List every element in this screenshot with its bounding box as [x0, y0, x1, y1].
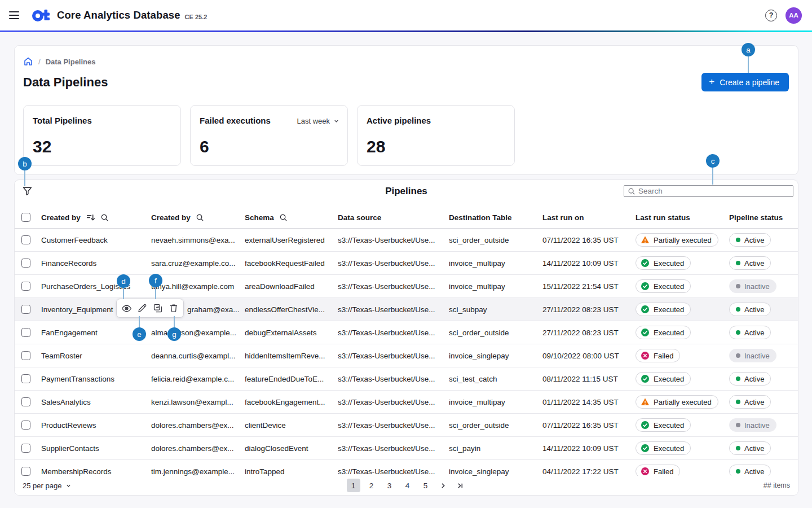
page-number[interactable]: 3: [383, 479, 396, 492]
pipeline-status-cell: Active: [729, 326, 798, 339]
table-row[interactable]: TeamRosterdeanna.curtis@exampl...hiddenI…: [15, 344, 798, 367]
row-checkbox[interactable]: [21, 351, 30, 360]
last-run-cell: 04/11/2022 17:22 UST: [542, 467, 636, 476]
row-checkbox[interactable]: [21, 374, 30, 383]
row-checkbox[interactable]: [21, 467, 30, 476]
pipeline-name-cell: PurchaseOrders_Logistics: [41, 282, 151, 291]
row-checkbox[interactable]: [21, 421, 30, 430]
table-row[interactable]: FinanceRecordssara.cruz@example.co...fac…: [15, 252, 798, 275]
row-checkbox[interactable]: [21, 259, 30, 268]
run-status-badge: Executed: [636, 418, 691, 432]
column-label: Last run status: [636, 213, 690, 222]
table-row[interactable]: ProductReviewsdolores.chambers@ex...clie…: [15, 414, 798, 437]
run-status-cell: Executed: [636, 441, 729, 455]
table-row[interactable]: SupplierContactsdolores.chambers@ex...di…: [15, 437, 798, 460]
run-status-cell: Executed: [636, 303, 729, 316]
row-checkbox[interactable]: [21, 235, 30, 244]
avatar[interactable]: AA: [785, 7, 802, 24]
column-label: Pipeline status: [729, 213, 783, 222]
logo-icon: [32, 8, 51, 22]
pipeline-name-cell: CustomerFeedback: [41, 236, 151, 244]
create-pipeline-button[interactable]: + Create a pipeline: [701, 73, 789, 91]
last-run-cell: 27/11/2022 08:23 UST: [542, 305, 636, 314]
destination-cell: invoice_singlepay: [449, 467, 542, 476]
per-page-dropdown[interactable]: 25 per page: [23, 481, 72, 490]
schema-cell: endlessOfferChestVie...: [245, 305, 338, 314]
menu-icon[interactable]: [9, 8, 23, 22]
table-row[interactable]: SalesAnalyticskenzi.lawson@exampl...face…: [15, 391, 798, 414]
time-range-value: Last week: [297, 117, 330, 125]
column-header: Schema: [245, 213, 338, 222]
row-checkbox[interactable]: [21, 282, 30, 291]
schema-cell: dialogClosedEvent: [245, 444, 338, 453]
row-checkbox[interactable]: [21, 305, 30, 314]
page-title: Data Pipelines: [23, 75, 108, 90]
stat-card-total-pipelines: Total Pipelines 32: [23, 105, 181, 166]
search-icon: [628, 187, 636, 195]
column-search-icon[interactable]: [100, 213, 109, 222]
pipeline-status-badge: Active: [729, 303, 771, 316]
duplicate-icon[interactable]: [152, 302, 164, 314]
column-search-icon[interactable]: [279, 213, 288, 222]
edit-icon[interactable]: [136, 302, 148, 314]
destination-cell: sci_order_outside: [449, 236, 542, 244]
last-run-cell: 14/11/2022 10:09 UST: [542, 259, 636, 268]
status-dot-icon: [736, 307, 740, 312]
executed-icon: [641, 328, 650, 337]
executed-icon: [641, 282, 650, 291]
view-icon[interactable]: [120, 302, 133, 314]
stat-card-failed-executions: Failed executions Last week 6: [190, 105, 348, 166]
table-row[interactable]: CustomerFeedbacknevaeh.simmons@exa...ext…: [15, 229, 798, 252]
column-header: Destination Table: [449, 213, 542, 222]
column-label: Created by: [41, 213, 81, 222]
pipeline-status-cell: Inactive: [729, 418, 798, 432]
last-page-icon[interactable]: [454, 479, 466, 492]
brand-gradient-divider: [0, 30, 812, 32]
table-row[interactable]: PurchaseOrders_Logisticstanya.hill@examp…: [15, 275, 798, 298]
pipeline-status-cell: Active: [729, 372, 798, 386]
column-search-icon[interactable]: [196, 213, 204, 222]
data-source-cell: s3://Texas-Userbucket/Use...: [338, 236, 449, 244]
created-by-cell: dolores.chambers@ex...: [151, 444, 245, 453]
destination-cell: invoice_singlepay: [449, 352, 542, 360]
table-row[interactable]: PaymentTransactionsfelicia.reid@example.…: [15, 367, 798, 391]
status-dot-icon: [736, 238, 740, 242]
pipeline-name-cell: ProductReviews: [41, 421, 151, 430]
column-label: Last run on: [542, 213, 584, 222]
home-icon[interactable]: [23, 56, 33, 67]
row-checkbox[interactable]: [21, 328, 30, 337]
data-source-cell: s3://Texas-Userbucket/Use...: [338, 305, 449, 314]
executed-icon: [641, 421, 650, 430]
schema-cell: featureEndedDueToE...: [245, 375, 338, 383]
run-status-badge: Executed: [636, 326, 691, 339]
select-all-checkbox[interactable]: [21, 213, 30, 222]
destination-cell: sci_test_catch: [449, 375, 542, 383]
column-label: Destination Table: [449, 213, 512, 222]
pipeline-status-cell: Active: [729, 303, 798, 316]
search-box[interactable]: [624, 185, 793, 197]
delete-icon[interactable]: [167, 302, 180, 314]
run-status-cell: Executed: [636, 279, 729, 293]
pipeline-status-badge: Inactive: [729, 349, 776, 362]
destination-cell: invoice_multipay: [449, 282, 542, 291]
table-row[interactable]: FanEngagementalma.lawson@example...debug…: [15, 321, 798, 344]
run-status-cell: Partially executed: [636, 233, 729, 247]
last-run-cell: 14/11/2022 10:09 UST: [542, 444, 636, 453]
table-row[interactable]: MembershipRecordstim.jennings@example...…: [15, 460, 798, 476]
sort-icon[interactable]: [86, 213, 95, 222]
run-status-cell: Failed: [636, 349, 729, 362]
page-number[interactable]: 2: [365, 479, 378, 492]
destination-cell: sci_subpay: [449, 305, 542, 314]
page-number[interactable]: 1: [347, 479, 360, 492]
search-input[interactable]: [638, 187, 789, 195]
next-page-icon[interactable]: [437, 479, 449, 492]
schema-cell: hiddenItemsItemReve...: [245, 352, 338, 360]
row-checkbox[interactable]: [21, 397, 30, 406]
row-checkbox[interactable]: [21, 444, 30, 453]
time-range-dropdown[interactable]: Last week: [297, 117, 339, 125]
pipeline-status-badge: Active: [729, 465, 771, 476]
page-number[interactable]: 4: [401, 479, 414, 492]
page-number[interactable]: 5: [419, 479, 433, 492]
failed-icon: [641, 351, 650, 360]
help-icon[interactable]: ?: [765, 10, 777, 21]
